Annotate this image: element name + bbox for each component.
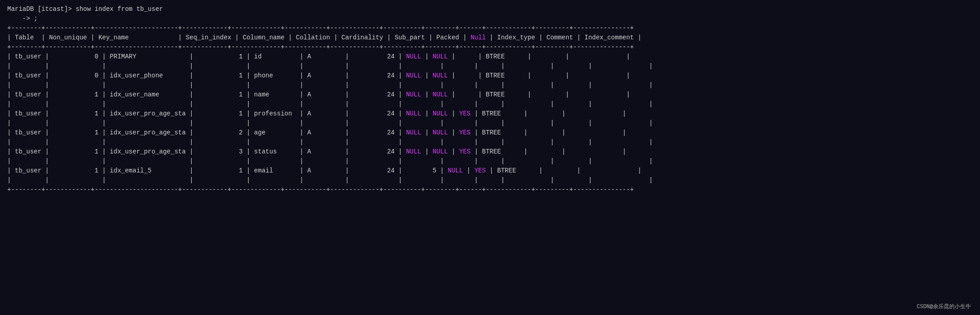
- table-row: | tb_user | 1 | idx_user_name | 1 | name…: [7, 90, 973, 100]
- row-spacer: | | | | | | | | | | | | | |: [7, 176, 973, 185]
- terminal-line: MariaDB [itcast]> show index from tb_use…: [7, 5, 973, 14]
- table-row: | tb_user | 1 | idx_user_pro_age_sta | 1…: [7, 109, 973, 119]
- table-row: | tb_user | 1 | idx_user_pro_age_sta | 2…: [7, 128, 973, 138]
- row-spacer: | | | | | | | | | | | | | |: [7, 100, 973, 109]
- table-row: | tb_user | 0 | PRIMARY | 1 | id | A | 2…: [7, 52, 973, 62]
- header-line: | Table | Non_unique | Key_name | Seq_in…: [7, 33, 973, 43]
- content-wrapper: MariaDB [itcast]> show index from tb_use…: [7, 5, 973, 195]
- row-spacer: | | | | | | | | | | | | | |: [7, 62, 973, 71]
- table-row: | tb_user | 0 | idx_user_phone | 1 | pho…: [7, 71, 973, 81]
- row-spacer: | | | | | | | | | | | | | |: [7, 81, 973, 90]
- watermark: CSDN@余乐昆的小生牛: [917, 303, 971, 310]
- row-spacer: | | | | | | | | | | | | | |: [7, 157, 973, 166]
- terminal: MariaDB [itcast]> show index from tb_use…: [0, 0, 980, 315]
- terminal-line: -> ;: [7, 14, 973, 24]
- terminal-line: +--------+------------+-----------------…: [7, 185, 973, 195]
- row-spacer: | | | | | | | | | | | | | |: [7, 119, 973, 128]
- terminal-line: +--------+------------+-----------------…: [7, 43, 973, 52]
- row-spacer: | | | | | | | | | | | | | |: [7, 138, 973, 147]
- terminal-line: +--------+------------+-----------------…: [7, 24, 973, 33]
- table-row: | tb_user | 1 | idx_user_pro_age_sta | 3…: [7, 147, 973, 157]
- table-row: | tb_user | 1 | idx_email_5 | 1 | email …: [7, 166, 973, 176]
